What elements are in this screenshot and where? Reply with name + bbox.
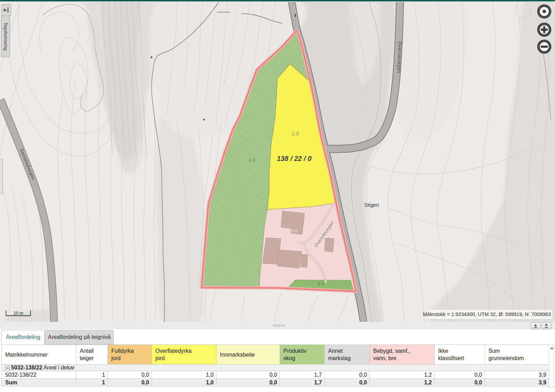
svg-text:Stigen: Stigen: [364, 202, 379, 208]
svg-text:1.6: 1.6: [248, 157, 256, 163]
svg-text:138 / 22 / 0: 138 / 22 / 0: [277, 155, 311, 162]
svg-text:10 m: 10 m: [14, 311, 23, 316]
svg-text:Målestokk = 1:9234300, UTM 32,: Målestokk = 1:9234300, UTM 32, Ø: 599919…: [423, 312, 551, 317]
svg-text:204: 204: [291, 229, 298, 233]
svg-text:1.0: 1.0: [292, 130, 299, 136]
svg-text:Overvikvegen: Overvikvegen: [396, 41, 403, 73]
svg-text:0.1: 0.1: [318, 281, 324, 286]
